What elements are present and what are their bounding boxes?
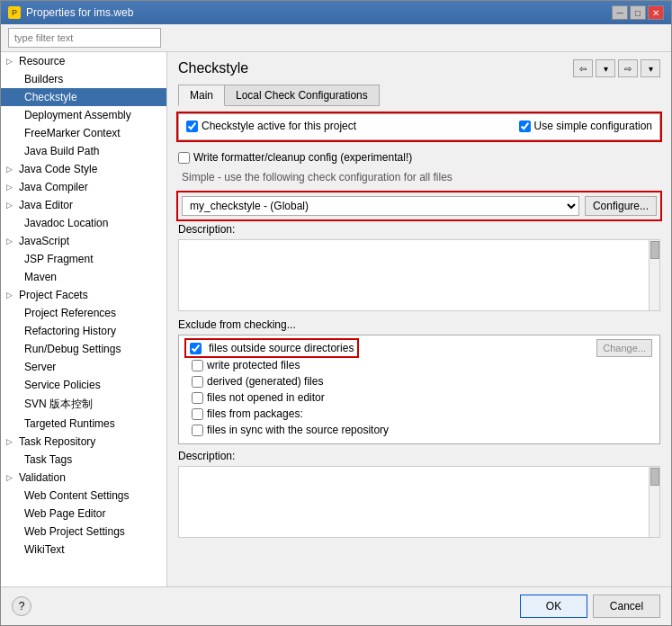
sidebar-item-task-repository[interactable]: ▷ Task Repository bbox=[1, 433, 166, 451]
sidebar-item-web-project-settings[interactable]: Web Project Settings bbox=[1, 523, 166, 541]
sidebar-item-label: JavaScript bbox=[19, 235, 69, 247]
expand-arrow bbox=[12, 273, 21, 282]
use-simple-row: Use simple configuration bbox=[519, 120, 652, 132]
sidebar-item-label: Project References bbox=[24, 307, 116, 319]
sidebar-item-validation[interactable]: ▷ Validation bbox=[1, 469, 166, 487]
sidebar-item-label: Javadoc Location bbox=[24, 217, 108, 229]
sidebar-item-targeted-runtimes[interactable]: Targeted Runtimes bbox=[1, 415, 166, 433]
sidebar-item-task-tags[interactable]: Task Tags bbox=[1, 451, 166, 469]
sync-checkbox[interactable] bbox=[192, 425, 203, 436]
expand-arrow bbox=[12, 419, 21, 428]
exclude-item-sync: files in sync with the source repository bbox=[192, 424, 652, 436]
sidebar-item-checkstyle[interactable]: Checkstyle bbox=[1, 88, 166, 106]
ok-button[interactable]: OK bbox=[520, 595, 587, 618]
sidebar-item-label: Task Repository bbox=[19, 435, 95, 448]
tab-main[interactable]: Main bbox=[178, 85, 225, 106]
sidebar-item-resource[interactable]: ▷ Resource bbox=[1, 52, 166, 70]
derived-checkbox[interactable] bbox=[192, 376, 203, 388]
expand-arrow bbox=[12, 147, 21, 156]
expand-arrow: ▷ bbox=[6, 183, 15, 192]
panel-nav: ⇦ ▾ ⇨ ▾ bbox=[573, 59, 660, 77]
sidebar-item-refactoring[interactable]: Refactoring History bbox=[1, 322, 166, 340]
exclude-top-row: files outside source directories Change.… bbox=[186, 339, 652, 357]
expand-arrow bbox=[12, 509, 21, 518]
write-formatter-row: Write formatter/cleanup config (experime… bbox=[178, 151, 660, 164]
files-outside-checkbox[interactable] bbox=[190, 343, 202, 354]
sidebar-item-label: Maven bbox=[24, 271, 57, 283]
config-select[interactable]: my_checkstyle - (Global) bbox=[182, 196, 579, 216]
sidebar-item-svn[interactable]: SVN 版本控制 bbox=[1, 394, 166, 415]
tab-local-check[interactable]: Local Check Configurations bbox=[224, 85, 380, 106]
sidebar-item-server[interactable]: Server bbox=[1, 358, 166, 376]
sidebar-item-label: Java Editor bbox=[19, 199, 73, 211]
expand-arrow bbox=[12, 93, 21, 102]
sidebar-item-project-references[interactable]: Project References bbox=[1, 304, 166, 322]
filter-input[interactable] bbox=[8, 28, 161, 48]
checkstyle-active-section: Checkstyle active for this project Use s… bbox=[178, 113, 660, 140]
sidebar-item-javascript[interactable]: ▷ JavaScript bbox=[1, 232, 166, 250]
maximize-button[interactable]: □ bbox=[630, 5, 646, 20]
description-label-1: Description: bbox=[178, 223, 660, 236]
packages-checkbox[interactable] bbox=[192, 408, 203, 420]
minimize-button[interactable]: ─ bbox=[612, 5, 628, 20]
expand-arrow bbox=[12, 400, 21, 409]
change-button[interactable]: Change... bbox=[596, 339, 652, 357]
exclude-item-packages: files from packages: bbox=[192, 407, 652, 420]
not-opened-checkbox[interactable] bbox=[192, 392, 203, 404]
sidebar-item-label: Run/Debug Settings bbox=[24, 343, 121, 355]
packages-label: files from packages: bbox=[207, 407, 303, 420]
title-bar: P Properties for ims.web ─ □ ✕ bbox=[1, 1, 671, 24]
sidebar-item-deployment[interactable]: Deployment Assembly bbox=[1, 106, 166, 124]
files-outside-label: files outside source directories bbox=[209, 342, 354, 354]
files-outside-row: files outside source directories bbox=[186, 340, 357, 356]
close-button[interactable]: ✕ bbox=[648, 5, 664, 20]
expand-arrow bbox=[12, 527, 21, 536]
exclude-item-write-protected: write protected files bbox=[192, 359, 652, 371]
sidebar-item-service-policies[interactable]: Service Policies bbox=[1, 376, 166, 394]
write-protected-checkbox[interactable] bbox=[192, 360, 203, 371]
sidebar-item-maven[interactable]: Maven bbox=[1, 268, 166, 286]
write-formatter-checkbox[interactable] bbox=[178, 152, 190, 164]
action-buttons: OK Cancel bbox=[520, 595, 660, 618]
sidebar-item-java-build-path[interactable]: Java Build Path bbox=[1, 142, 166, 160]
sidebar-item-wikitext[interactable]: WikiText bbox=[1, 541, 166, 559]
properties-window: P Properties for ims.web ─ □ ✕ ▷ Resourc… bbox=[0, 0, 672, 626]
sidebar-item-web-content-settings[interactable]: Web Content Settings bbox=[1, 487, 166, 505]
help-button[interactable]: ? bbox=[12, 596, 31, 616]
sidebar-item-java-editor[interactable]: ▷ Java Editor bbox=[1, 196, 166, 214]
nav-dropdown-btn[interactable]: ▾ bbox=[596, 59, 615, 77]
cancel-button[interactable]: Cancel bbox=[593, 595, 660, 618]
scrollbar-vertical-2[interactable] bbox=[649, 467, 659, 537]
checkstyle-active-checkbox[interactable] bbox=[186, 121, 198, 132]
expand-arrow: ▷ bbox=[6, 201, 15, 210]
nav-dropdown2-btn[interactable]: ▾ bbox=[641, 59, 660, 77]
sidebar-item-run-debug[interactable]: Run/Debug Settings bbox=[1, 340, 166, 358]
sidebar-item-java-code-style[interactable]: ▷ Java Code Style bbox=[1, 160, 166, 178]
configure-button[interactable]: Configure... bbox=[585, 196, 657, 216]
sidebar-item-label: Resource bbox=[19, 55, 65, 67]
expand-arrow: ▷ bbox=[6, 165, 15, 174]
expand-arrow bbox=[12, 129, 21, 138]
exclude-section: Exclude from checking... files outside s… bbox=[178, 318, 660, 444]
sidebar-item-builders[interactable]: Builders bbox=[1, 70, 166, 88]
sidebar-item-label: SVN 版本控制 bbox=[24, 397, 93, 412]
sidebar-item-freemarker[interactable]: FreeMarker Context bbox=[1, 124, 166, 142]
sidebar-item-java-compiler[interactable]: ▷ Java Compiler bbox=[1, 178, 166, 196]
nav-forward-btn[interactable]: ⇦ bbox=[573, 59, 593, 77]
sidebar-item-label: Builders bbox=[24, 73, 63, 85]
sidebar-item-label: Web Content Settings bbox=[24, 489, 130, 502]
sidebar-item-javadoc[interactable]: Javadoc Location bbox=[1, 214, 166, 232]
sidebar-item-web-page-editor[interactable]: Web Page Editor bbox=[1, 505, 166, 523]
sidebar-item-jsp-fragment[interactable]: JSP Fragment bbox=[1, 250, 166, 268]
sidebar-item-label: Task Tags bbox=[24, 453, 72, 466]
scrollbar-vertical-1[interactable] bbox=[649, 240, 659, 310]
use-simple-checkbox[interactable] bbox=[519, 121, 531, 132]
sidebar-item-label: JSP Fragment bbox=[24, 253, 93, 265]
sidebar-item-project-facets[interactable]: ▷ Project Facets bbox=[1, 286, 166, 304]
panel-header: Checkstyle ⇦ ▾ ⇨ ▾ bbox=[167, 52, 671, 81]
nav-back-btn[interactable]: ⇨ bbox=[618, 59, 638, 77]
expand-arrow bbox=[12, 326, 21, 335]
sidebar-item-label: Project Facets bbox=[19, 289, 88, 301]
expand-arrow: ▷ bbox=[6, 473, 15, 482]
exclude-item-not-opened: files not opened in editor bbox=[192, 391, 652, 404]
